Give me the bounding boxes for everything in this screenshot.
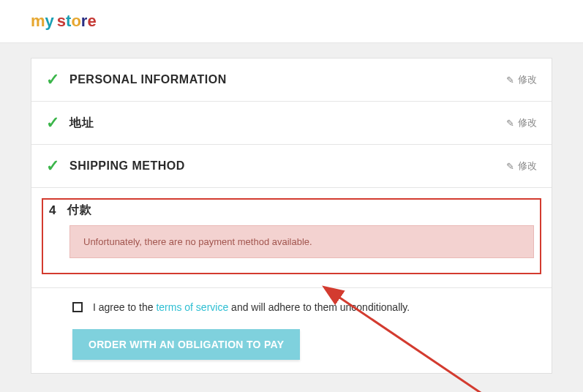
step-shipping-method[interactable]: ✓ SHIPPING METHOD ✎ 修改 bbox=[31, 145, 552, 188]
step-payment: 4 付款 Unfortunately, there are no payment… bbox=[31, 188, 552, 288]
edit-label: 修改 bbox=[518, 159, 537, 173]
store-logo[interactable]: mystore bbox=[31, 12, 552, 31]
step-title: SHIPPING METHOD bbox=[69, 159, 185, 173]
edit-address-link[interactable]: ✎ 修改 bbox=[506, 116, 537, 129]
terms-of-service-link[interactable]: terms of service bbox=[156, 301, 228, 313]
checkout-card: ✓ PERSONAL INFORMATION ✎ 修改 ✓ 地址 ✎ 修改 ✓ … bbox=[31, 58, 552, 374]
check-icon: ✓ bbox=[46, 70, 59, 89]
step-personal-information[interactable]: ✓ PERSONAL INFORMATION ✎ 修改 bbox=[31, 59, 552, 102]
check-icon: ✓ bbox=[46, 157, 59, 176]
edit-shipping-link[interactable]: ✎ 修改 bbox=[506, 159, 537, 173]
terms-section: I agree to the terms of service and will… bbox=[31, 288, 552, 316]
no-payment-alert: Unfortunately, there are no payment meth… bbox=[69, 225, 534, 258]
order-button[interactable]: ORDER WITH AN OBLIGATION TO PAY bbox=[72, 329, 300, 360]
pencil-icon: ✎ bbox=[506, 75, 514, 86]
pencil-icon: ✎ bbox=[506, 118, 514, 129]
header: mystore bbox=[0, 0, 583, 43]
edit-personal-link[interactable]: ✎ 修改 bbox=[506, 73, 537, 86]
edit-label: 修改 bbox=[518, 116, 537, 129]
payment-highlight-frame: 4 付款 Unfortunately, there are no payment… bbox=[42, 198, 541, 274]
step-title: PERSONAL INFORMATION bbox=[69, 73, 227, 86]
step-title: 地址 bbox=[69, 116, 94, 131]
check-icon: ✓ bbox=[46, 113, 59, 132]
terms-checkbox[interactable] bbox=[72, 302, 83, 312]
pencil-icon: ✎ bbox=[506, 161, 514, 172]
step-title: 付款 bbox=[67, 203, 91, 218]
checkout-main: ✓ PERSONAL INFORMATION ✎ 修改 ✓ 地址 ✎ 修改 ✓ … bbox=[0, 43, 583, 392]
step-address[interactable]: ✓ 地址 ✎ 修改 bbox=[31, 102, 552, 145]
terms-text: I agree to the terms of service and will… bbox=[93, 301, 410, 313]
edit-label: 修改 bbox=[518, 73, 537, 86]
step-number: 4 bbox=[49, 203, 56, 218]
